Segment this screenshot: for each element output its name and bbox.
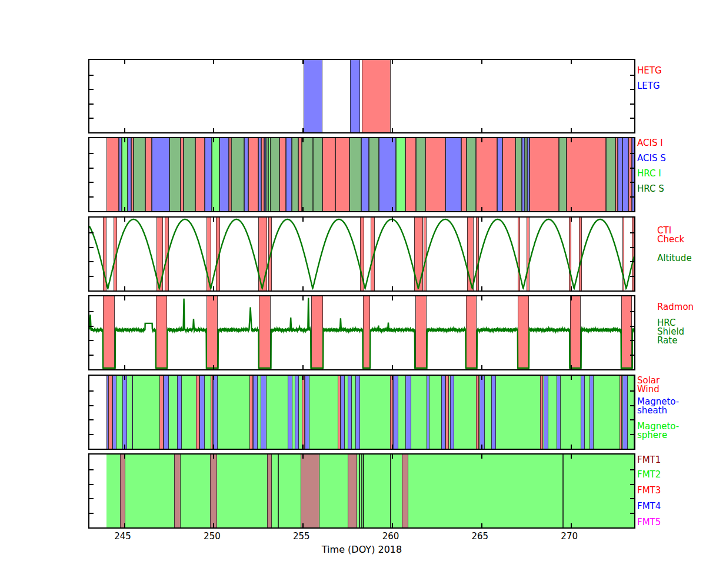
x-tick-mark bbox=[481, 138, 482, 142]
band-fmt1 bbox=[174, 455, 180, 527]
band-msheath bbox=[132, 376, 133, 449]
x-tick-mark bbox=[124, 445, 125, 449]
x-tick-mark bbox=[124, 455, 125, 459]
band-acis_s bbox=[618, 138, 622, 211]
band-hrc_s bbox=[184, 138, 195, 211]
band-hrc_s bbox=[231, 138, 244, 211]
y-tick-mark bbox=[89, 513, 94, 514]
y-tick-mark bbox=[89, 182, 94, 183]
x-tick-label: 250 bbox=[204, 531, 221, 542]
band-msheath bbox=[177, 376, 182, 449]
y-tick-mark bbox=[89, 153, 94, 154]
panel-telemetry-format bbox=[88, 453, 635, 529]
x-tick-mark bbox=[571, 376, 572, 380]
y-tick-mark bbox=[630, 434, 634, 435]
y-tick-mark bbox=[630, 405, 634, 406]
x-tick-mark bbox=[302, 138, 304, 142]
x-tick-mark bbox=[302, 218, 304, 222]
y-tick-mark bbox=[89, 168, 94, 169]
band-acis_s bbox=[632, 138, 635, 211]
panel-cti-altitude bbox=[88, 216, 635, 292]
y-tick-mark bbox=[89, 469, 94, 470]
x-tick-mark bbox=[124, 296, 125, 300]
x-tick-mark bbox=[392, 207, 393, 211]
band-acis_i bbox=[279, 138, 286, 211]
band-hrc_s bbox=[369, 138, 379, 211]
y-tick-mark bbox=[630, 340, 634, 341]
band-msheath bbox=[634, 376, 635, 449]
band-fmt1 bbox=[210, 455, 217, 527]
y-tick-mark bbox=[89, 484, 94, 485]
legend-label-letg: LETG bbox=[637, 82, 660, 91]
y-tick-mark bbox=[630, 276, 634, 277]
band-msheath bbox=[479, 376, 485, 449]
x-tick-mark bbox=[481, 60, 482, 64]
band-hrc_i bbox=[122, 138, 128, 211]
legend-label-fmt3: FMT3 bbox=[637, 486, 661, 495]
y-tick-mark bbox=[630, 168, 634, 169]
band-msheath bbox=[122, 376, 127, 449]
band-acis_i bbox=[425, 138, 445, 211]
band-msheath bbox=[341, 376, 345, 449]
panel-solar-wind-regions bbox=[88, 375, 635, 450]
band-fmt1 bbox=[267, 455, 272, 527]
x-tick-mark bbox=[392, 138, 393, 142]
x-tick-mark bbox=[124, 286, 125, 290]
band-msheath bbox=[112, 376, 117, 449]
legend-label-altitude: Altitude bbox=[657, 254, 692, 263]
band-acis_i bbox=[248, 138, 258, 211]
x-tick-mark bbox=[392, 445, 393, 449]
band-acis_s bbox=[622, 138, 628, 211]
x-tick-mark bbox=[392, 296, 393, 300]
band-msheath bbox=[590, 376, 594, 449]
altitude-curve bbox=[89, 218, 635, 290]
x-tick-mark bbox=[213, 376, 214, 380]
band-hrc_s bbox=[416, 138, 425, 211]
x-tick-mark bbox=[124, 60, 125, 64]
y-tick-mark bbox=[89, 89, 94, 90]
band-msheath bbox=[199, 376, 205, 449]
y-tick-mark bbox=[630, 89, 634, 90]
format-change-line bbox=[361, 455, 362, 527]
format-change-line bbox=[278, 455, 279, 527]
legend-label-acis-s: ACIS S bbox=[637, 154, 666, 163]
x-tick-mark bbox=[392, 365, 393, 369]
y-tick-mark bbox=[630, 261, 634, 262]
band-acis_i bbox=[106, 138, 119, 211]
band-hrc_s bbox=[313, 138, 323, 211]
legend-label-solar-wind: Solar Wind bbox=[637, 376, 660, 394]
y-tick-mark bbox=[630, 513, 634, 514]
x-tick-label: 265 bbox=[472, 531, 489, 542]
y-tick-mark bbox=[89, 196, 94, 198]
x-tick-mark bbox=[124, 523, 125, 527]
y-tick-mark bbox=[89, 498, 94, 499]
x-tick-mark bbox=[481, 207, 482, 211]
y-tick-mark bbox=[630, 390, 634, 392]
band-acis_i bbox=[195, 138, 205, 211]
band-solar_wind bbox=[476, 376, 479, 449]
band-acis_s bbox=[205, 138, 212, 211]
band-acis_i bbox=[461, 138, 467, 211]
x-tick-mark bbox=[392, 286, 393, 290]
band-hetg bbox=[362, 60, 391, 132]
band-acis_s bbox=[379, 138, 396, 211]
legend-label-magneto-sphere: Magneto- sphere bbox=[637, 422, 679, 440]
y-tick-mark bbox=[89, 276, 94, 277]
x-tick-mark bbox=[124, 138, 125, 142]
legend-label-cti-check: CTI Check bbox=[657, 226, 684, 244]
y-tick-mark bbox=[89, 419, 94, 420]
legend-label-radmon: Radmon bbox=[657, 303, 694, 312]
band-acis_s bbox=[152, 138, 170, 211]
x-tick-mark bbox=[213, 218, 214, 222]
x-tick-mark bbox=[302, 445, 304, 449]
band-msheath bbox=[288, 376, 292, 449]
band-hrc_s bbox=[559, 138, 567, 211]
x-tick-mark bbox=[302, 365, 304, 369]
y-tick-mark bbox=[630, 232, 634, 233]
x-tick-mark bbox=[571, 138, 572, 142]
y-tick-mark bbox=[630, 103, 634, 105]
x-tick-mark bbox=[571, 445, 572, 449]
band-acis_i bbox=[335, 138, 349, 211]
band-acis_s bbox=[361, 138, 369, 211]
band-msheath bbox=[427, 376, 430, 449]
